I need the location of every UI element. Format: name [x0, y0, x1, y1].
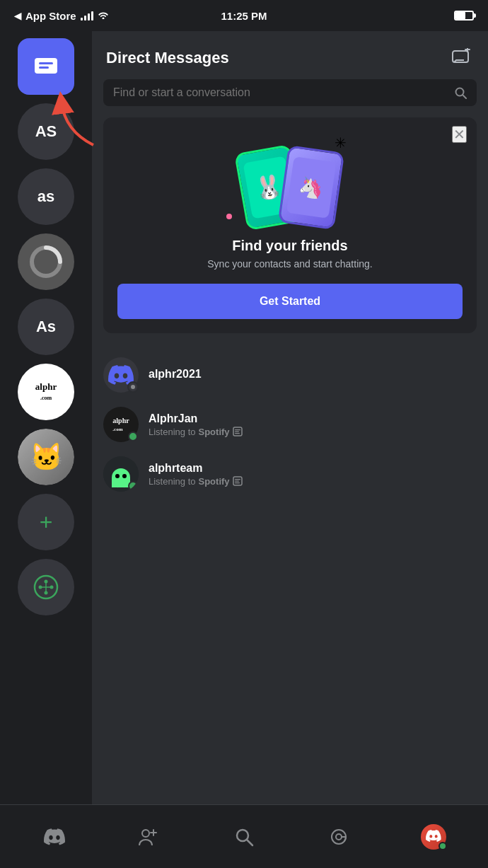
search-icon: [454, 86, 467, 99]
svg-point-30: [142, 830, 149, 837]
dm-info: alphr2021: [149, 368, 477, 382]
list-item[interactable]: alphrteam Listening to Spotify: [92, 449, 488, 499]
sidebar-item-As-label: As: [36, 318, 56, 336]
battery-info: [454, 11, 474, 21]
cat-avatar: 🐱: [18, 429, 74, 485]
signal-bar-4: [91, 11, 93, 21]
nav-item-search[interactable]: [197, 805, 291, 868]
content-header: Direct Messages: [92, 31, 488, 79]
online-status-dot: [128, 481, 138, 491]
status-time: 11:25 PM: [221, 10, 267, 22]
avatar: [103, 357, 139, 393]
online-status-dot: [128, 432, 138, 441]
svg-rect-19: [235, 429, 240, 430]
search-input[interactable]: [113, 86, 447, 99]
svg-rect-1: [39, 62, 53, 64]
sidebar-item-add-server[interactable]: +: [18, 494, 74, 550]
svg-point-36: [336, 834, 342, 840]
nav-item-home[interactable]: [7, 805, 102, 868]
carrier-info: ◀ App Store: [14, 10, 109, 22]
app-container: AS as As alphr.com: [0, 31, 488, 868]
sidebar-item-dm[interactable]: [18, 38, 74, 95]
search-bar[interactable]: [103, 79, 477, 106]
list-item[interactable]: alphr2021: [92, 350, 488, 400]
alphr-logo-text: alphr.com: [112, 417, 129, 432]
nav-mentions-icon: [329, 827, 349, 847]
page-title: Direct Messages: [106, 49, 229, 67]
sidebar-item-discover[interactable]: [18, 559, 74, 615]
dm-username: alphr2021: [149, 368, 477, 381]
card-title: Find your friends: [117, 238, 463, 254]
arrow-svg: [51, 88, 115, 152]
main-area: AS as As alphr.com: [0, 31, 488, 804]
svg-rect-2: [39, 66, 49, 69]
carrier-name: App Store: [25, 10, 76, 22]
dm-username: alphrteam: [149, 462, 477, 475]
wifi-icon: [98, 10, 109, 21]
sidebar-item-as-label: as: [37, 187, 54, 206]
svg-rect-20: [235, 432, 239, 432]
nav-friends-icon: [139, 827, 160, 847]
phones-illustration: ✳ 🐰 🦄: [219, 134, 361, 226]
sidebar-item-alphr[interactable]: alphr.com: [18, 364, 74, 420]
content-panel: Direct Messages: [92, 31, 488, 804]
sidebar-item-ring[interactable]: [18, 233, 74, 290]
svg-line-34: [247, 840, 252, 845]
music-icon: [233, 476, 243, 486]
new-message-icon: [451, 48, 471, 68]
status-app: Spotify: [199, 427, 230, 437]
nav-item-mentions[interactable]: [291, 805, 386, 868]
svg-point-24: [115, 474, 120, 478]
profile-discord-icon: [426, 830, 441, 844]
svg-rect-21: [235, 433, 240, 434]
profile-status-dot: [438, 842, 447, 850]
arrow-indicator: [51, 88, 115, 155]
unicorn-emoji: 🦄: [297, 174, 325, 201]
sidebar-item-As[interactable]: As: [18, 299, 74, 355]
nav-item-profile[interactable]: [386, 805, 481, 868]
status-camera-icon: [130, 384, 136, 390]
nav-discord-icon: [44, 828, 65, 845]
find-friends-card: ✕ ✳ 🐰 🦄: [103, 117, 477, 333]
svg-rect-29: [235, 482, 240, 483]
sidebar-item-cat[interactable]: 🐱: [18, 429, 74, 485]
bottom-nav: [0, 804, 488, 868]
plus-icon: +: [40, 511, 53, 533]
close-card-button[interactable]: ✕: [452, 126, 467, 143]
dm-list: alphr2021 alphr.com AlphrJan Listening t…: [92, 345, 488, 804]
dm-username: AlphrJan: [149, 412, 477, 425]
avatar: [103, 456, 139, 492]
status-prefix: Listening to: [149, 476, 196, 487]
discover-icon: [33, 574, 59, 600]
card-illustration: ✳ 🐰 🦄: [117, 134, 463, 226]
svg-point-25: [122, 474, 127, 478]
status-prefix: Listening to: [149, 427, 196, 437]
signal-bar-3: [88, 13, 90, 21]
dot-decoration: [226, 214, 232, 219]
signal-bar-1: [81, 18, 83, 21]
svg-line-16: [463, 95, 466, 98]
music-icon: [233, 427, 243, 436]
nav-item-friends[interactable]: [102, 805, 197, 868]
status-app: Spotify: [199, 476, 230, 487]
new-dm-button[interactable]: [448, 45, 474, 71]
online-status: [127, 381, 139, 393]
sparkle-icon: ✳: [335, 134, 347, 151]
nav-search-icon: [234, 827, 254, 847]
alphr-server-label: alphr.com: [35, 382, 57, 403]
dm-info: alphrteam Listening to Spotify: [149, 462, 477, 487]
dm-status: Listening to Spotify: [149, 427, 477, 437]
bunny-emoji: 🐰: [252, 172, 285, 203]
card-subtitle: Sync your contacts and start chatting.: [117, 258, 463, 270]
get-started-button[interactable]: Get Started: [117, 284, 463, 319]
status-bar: ◀ App Store 11:25 PM: [0, 0, 488, 31]
battery-icon: [454, 11, 474, 21]
sidebar-item-as[interactable]: as: [18, 168, 74, 225]
battery-fill: [455, 12, 465, 19]
svg-rect-27: [235, 479, 240, 480]
signal-bars: [81, 11, 93, 21]
signal-bar-2: [84, 16, 86, 21]
phone-right-inner: 🦄: [286, 156, 337, 219]
list-item[interactable]: alphr.com AlphrJan Listening to Spotify: [92, 400, 488, 449]
dm-icon: [33, 54, 59, 79]
